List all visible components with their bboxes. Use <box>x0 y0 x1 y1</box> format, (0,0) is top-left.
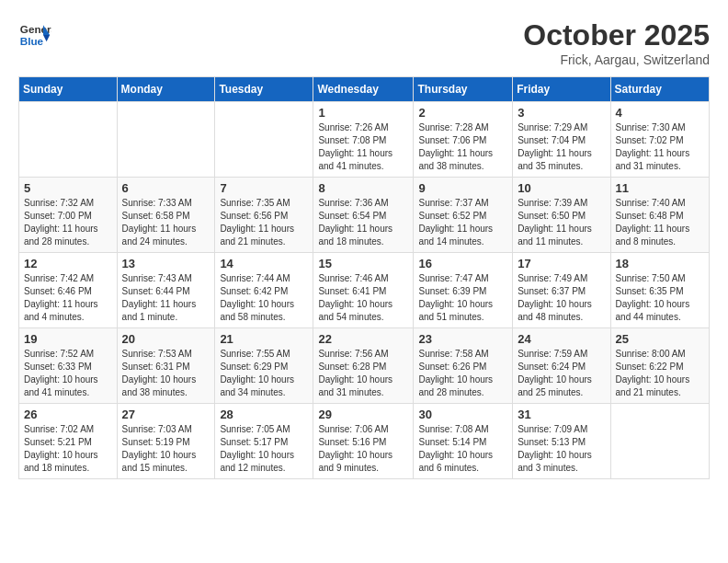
day-info: Sunrise: 7:02 AM Sunset: 5:21 PM Dayligh… <box>24 423 112 475</box>
day-info: Sunrise: 7:30 AM Sunset: 7:02 PM Dayligh… <box>616 121 704 173</box>
calendar-cell: 2Sunrise: 7:28 AM Sunset: 7:06 PM Daylig… <box>414 102 513 178</box>
day-info: Sunrise: 7:33 AM Sunset: 6:58 PM Dayligh… <box>122 197 210 248</box>
day-number: 20 <box>122 332 210 346</box>
calendar-cell: 19Sunrise: 7:52 AM Sunset: 6:33 PM Dayli… <box>19 328 118 404</box>
week-row-3: 12Sunrise: 7:42 AM Sunset: 6:46 PM Dayli… <box>19 253 710 328</box>
calendar-cell <box>19 102 118 178</box>
day-info: Sunrise: 7:06 AM Sunset: 5:16 PM Dayligh… <box>318 423 408 475</box>
day-number: 15 <box>318 257 408 270</box>
day-number: 2 <box>418 106 507 120</box>
calendar-cell: 7Sunrise: 7:35 AM Sunset: 6:56 PM Daylig… <box>215 178 313 253</box>
calendar-cell: 29Sunrise: 7:06 AM Sunset: 5:16 PM Dayli… <box>313 404 414 479</box>
weekday-header-row: SundayMondayTuesdayWednesdayThursdayFrid… <box>19 77 710 102</box>
calendar-cell: 22Sunrise: 7:56 AM Sunset: 6:28 PM Dayli… <box>313 328 414 404</box>
calendar-cell: 31Sunrise: 7:09 AM Sunset: 5:13 PM Dayli… <box>513 404 610 479</box>
day-info: Sunrise: 7:47 AM Sunset: 6:39 PM Dayligh… <box>418 272 507 324</box>
day-number: 12 <box>24 257 112 270</box>
day-info: Sunrise: 7:03 AM Sunset: 5:19 PM Dayligh… <box>122 423 210 475</box>
calendar-cell: 18Sunrise: 7:50 AM Sunset: 6:35 PM Dayli… <box>610 253 709 328</box>
calendar-cell: 11Sunrise: 7:40 AM Sunset: 6:48 PM Dayli… <box>610 178 709 253</box>
day-info: Sunrise: 7:55 AM Sunset: 6:29 PM Dayligh… <box>220 348 308 399</box>
day-info: Sunrise: 7:26 AM Sunset: 7:08 PM Dayligh… <box>318 121 408 173</box>
svg-text:Blue: Blue <box>20 35 44 47</box>
calendar-cell: 3Sunrise: 7:29 AM Sunset: 7:04 PM Daylig… <box>513 102 610 178</box>
month-title: October 2025 <box>523 18 710 52</box>
day-info: Sunrise: 7:58 AM Sunset: 6:26 PM Dayligh… <box>418 348 507 399</box>
week-row-2: 5Sunrise: 7:32 AM Sunset: 7:00 PM Daylig… <box>19 178 710 253</box>
day-info: Sunrise: 7:39 AM Sunset: 6:50 PM Dayligh… <box>518 197 605 248</box>
day-number: 4 <box>616 106 704 120</box>
day-info: Sunrise: 7:44 AM Sunset: 6:42 PM Dayligh… <box>220 272 308 324</box>
day-info: Sunrise: 7:05 AM Sunset: 5:17 PM Dayligh… <box>220 423 308 475</box>
day-number: 22 <box>318 332 408 346</box>
weekday-header-monday: Monday <box>117 77 215 102</box>
weekday-header-wednesday: Wednesday <box>313 77 414 102</box>
day-number: 28 <box>220 408 308 421</box>
calendar-cell: 23Sunrise: 7:58 AM Sunset: 6:26 PM Dayli… <box>414 328 513 404</box>
day-number: 23 <box>418 332 507 346</box>
calendar-cell: 15Sunrise: 7:46 AM Sunset: 6:41 PM Dayli… <box>313 253 414 328</box>
day-info: Sunrise: 7:29 AM Sunset: 7:04 PM Dayligh… <box>518 121 605 173</box>
day-number: 7 <box>220 181 308 195</box>
day-number: 6 <box>122 181 210 195</box>
day-info: Sunrise: 7:50 AM Sunset: 6:35 PM Dayligh… <box>616 272 704 324</box>
day-info: Sunrise: 7:49 AM Sunset: 6:37 PM Dayligh… <box>518 272 605 324</box>
svg-marker-3 <box>43 35 50 41</box>
calendar-cell: 14Sunrise: 7:44 AM Sunset: 6:42 PM Dayli… <box>215 253 313 328</box>
logo: General Blue <box>18 18 55 52</box>
weekday-header-saturday: Saturday <box>610 77 709 102</box>
calendar-cell: 28Sunrise: 7:05 AM Sunset: 5:17 PM Dayli… <box>215 404 313 479</box>
calendar-cell <box>215 102 313 178</box>
calendar-cell <box>117 102 215 178</box>
calendar-cell: 5Sunrise: 7:32 AM Sunset: 7:00 PM Daylig… <box>19 178 118 253</box>
calendar-cell: 21Sunrise: 7:55 AM Sunset: 6:29 PM Dayli… <box>215 328 313 404</box>
day-info: Sunrise: 7:53 AM Sunset: 6:31 PM Dayligh… <box>122 348 210 399</box>
location: Frick, Aargau, Switzerland <box>523 52 710 67</box>
day-info: Sunrise: 8:00 AM Sunset: 6:22 PM Dayligh… <box>616 348 704 399</box>
day-number: 25 <box>616 332 704 346</box>
day-number: 13 <box>122 257 210 270</box>
day-number: 1 <box>318 106 408 120</box>
day-info: Sunrise: 7:35 AM Sunset: 6:56 PM Dayligh… <box>220 197 308 248</box>
day-info: Sunrise: 7:37 AM Sunset: 6:52 PM Dayligh… <box>418 197 507 248</box>
day-number: 31 <box>518 408 605 421</box>
day-info: Sunrise: 7:36 AM Sunset: 6:54 PM Dayligh… <box>318 197 408 248</box>
calendar-cell: 16Sunrise: 7:47 AM Sunset: 6:39 PM Dayli… <box>414 253 513 328</box>
calendar-cell: 12Sunrise: 7:42 AM Sunset: 6:46 PM Dayli… <box>19 253 118 328</box>
day-number: 30 <box>418 408 507 421</box>
day-number: 8 <box>318 181 408 195</box>
calendar-cell: 10Sunrise: 7:39 AM Sunset: 6:50 PM Dayli… <box>513 178 610 253</box>
calendar-cell: 13Sunrise: 7:43 AM Sunset: 6:44 PM Dayli… <box>117 253 215 328</box>
day-number: 17 <box>518 257 605 270</box>
week-row-5: 26Sunrise: 7:02 AM Sunset: 5:21 PM Dayli… <box>19 404 710 479</box>
calendar-cell: 25Sunrise: 8:00 AM Sunset: 6:22 PM Dayli… <box>610 328 709 404</box>
day-info: Sunrise: 7:28 AM Sunset: 7:06 PM Dayligh… <box>418 121 507 173</box>
calendar-cell: 20Sunrise: 7:53 AM Sunset: 6:31 PM Dayli… <box>117 328 215 404</box>
day-number: 3 <box>518 106 605 120</box>
day-info: Sunrise: 7:32 AM Sunset: 7:00 PM Dayligh… <box>24 197 112 248</box>
calendar-cell: 24Sunrise: 7:59 AM Sunset: 6:24 PM Dayli… <box>513 328 610 404</box>
day-info: Sunrise: 7:40 AM Sunset: 6:48 PM Dayligh… <box>616 197 704 248</box>
day-number: 29 <box>318 408 408 421</box>
calendar-cell: 1Sunrise: 7:26 AM Sunset: 7:08 PM Daylig… <box>313 102 414 178</box>
week-row-1: 1Sunrise: 7:26 AM Sunset: 7:08 PM Daylig… <box>19 102 710 178</box>
weekday-header-friday: Friday <box>513 77 610 102</box>
day-number: 26 <box>24 408 112 421</box>
day-number: 11 <box>616 181 704 195</box>
weekday-header-tuesday: Tuesday <box>215 77 313 102</box>
logo-icon: General Blue <box>18 18 51 52</box>
day-info: Sunrise: 7:59 AM Sunset: 6:24 PM Dayligh… <box>518 348 605 399</box>
weekday-header-thursday: Thursday <box>414 77 513 102</box>
day-info: Sunrise: 7:52 AM Sunset: 6:33 PM Dayligh… <box>24 348 112 399</box>
day-info: Sunrise: 7:43 AM Sunset: 6:44 PM Dayligh… <box>122 272 210 324</box>
day-number: 5 <box>24 181 112 195</box>
day-info: Sunrise: 7:42 AM Sunset: 6:46 PM Dayligh… <box>24 272 112 324</box>
page-header: General Blue October 2025 Frick, Aargau,… <box>18 18 710 67</box>
day-number: 27 <box>122 408 210 421</box>
calendar-cell: 26Sunrise: 7:02 AM Sunset: 5:21 PM Dayli… <box>19 404 118 479</box>
calendar-cell: 8Sunrise: 7:36 AM Sunset: 6:54 PM Daylig… <box>313 178 414 253</box>
day-number: 16 <box>418 257 507 270</box>
title-block: October 2025 Frick, Aargau, Switzerland <box>523 18 710 67</box>
day-number: 21 <box>220 332 308 346</box>
day-info: Sunrise: 7:56 AM Sunset: 6:28 PM Dayligh… <box>318 348 408 399</box>
